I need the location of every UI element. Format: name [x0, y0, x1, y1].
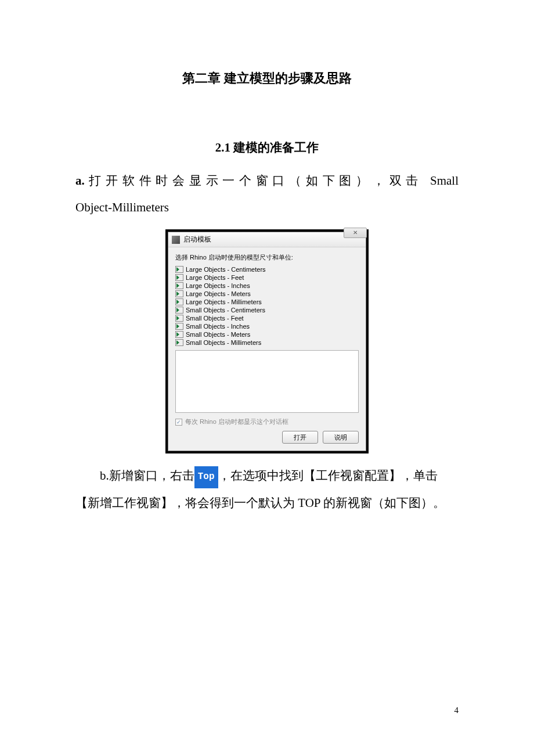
page-number: 4: [454, 705, 459, 715]
template-label: Small Objects - Millimeters: [186, 339, 261, 346]
step-label-a: a.: [75, 174, 85, 188]
template-label: Small Objects - Centimeters: [186, 307, 265, 314]
paragraph-b-line1: b.新增窗口，右击Top，在选项中找到【工作视窗配置】，单击: [75, 462, 459, 489]
dialog-titlebar: 启动模板 ✕: [168, 232, 366, 247]
preview-area: [175, 350, 359, 413]
dialog-button-row: 打开 说明: [175, 431, 359, 447]
template-label: Large Objects - Inches: [186, 282, 250, 289]
template-icon: [175, 266, 183, 273]
help-button[interactable]: 说明: [323, 431, 359, 444]
list-item[interactable]: Small Objects - Feet: [175, 314, 359, 322]
list-item[interactable]: Large Objects - Meters: [175, 290, 359, 298]
paragraph-b-line2: 【新增工作视窗】，将会得到一个默认为 TOP 的新视窗（如下图）。: [75, 489, 459, 516]
list-item[interactable]: Small Objects - Millimeters: [175, 339, 359, 347]
section-title: 2.1 建模的准备工作: [75, 139, 459, 156]
template-icon: [175, 274, 183, 281]
dialog-screenshot: 启动模板 ✕ 选择 Rhino 启动时使用的模型尺寸和单位: Large Obj…: [165, 229, 369, 453]
template-icon: [175, 298, 183, 305]
list-item[interactable]: Small Objects - Meters: [175, 330, 359, 339]
list-item[interactable]: Large Objects - Centimeters: [175, 265, 359, 273]
list-item[interactable]: Small Objects - Inches: [175, 322, 359, 330]
paragraph-a-line1: a.打开软件时会显示一个窗口（如下图），双击 Small: [75, 167, 459, 194]
checkbox[interactable]: ✓: [175, 419, 182, 426]
list-item[interactable]: Large Objects - Inches: [175, 282, 359, 290]
template-list[interactable]: Large Objects - Centimeters Large Object…: [175, 265, 359, 347]
chapter-title: 第二章 建立模型的步骤及思路: [75, 70, 459, 87]
document-page: 第二章 建立模型的步骤及思路 2.1 建模的准备工作 a.打开软件时会显示一个窗…: [0, 0, 534, 516]
list-item[interactable]: Small Objects - Centimeters: [175, 306, 359, 314]
step-b-suffix: ，在选项中找到【工作视窗配置】，单击: [218, 469, 438, 483]
show-on-startup-row[interactable]: ✓ 每次 Rhino 启动时都显示这个对话框: [175, 417, 359, 426]
startup-template-dialog: 启动模板 ✕ 选择 Rhino 启动时使用的模型尺寸和单位: Large Obj…: [168, 232, 366, 451]
checkbox-label: 每次 Rhino 启动时都显示这个对话框: [185, 417, 288, 426]
template-label: Small Objects - Meters: [186, 331, 250, 338]
template-icon: [175, 323, 183, 330]
step-a-text: 打开软件时会显示一个窗口（如下图），双击: [85, 174, 423, 188]
template-label: Small Objects - Feet: [186, 315, 244, 322]
dialog-title: 启动模板: [183, 235, 211, 244]
open-button[interactable]: 打开: [282, 431, 318, 444]
template-label: Large Objects - Meters: [186, 290, 251, 297]
template-label: Large Objects - Millimeters: [186, 298, 262, 305]
top-viewport-badge: Top: [194, 466, 218, 488]
dialog-prompt: 选择 Rhino 启动时使用的模型尺寸和单位:: [175, 253, 359, 262]
step-a-tail: Small: [430, 174, 459, 188]
app-icon: [172, 236, 180, 244]
template-icon: [175, 290, 183, 297]
template-icon: [175, 331, 183, 338]
template-icon: [175, 339, 183, 346]
template-icon: [175, 282, 183, 289]
template-label: Large Objects - Feet: [186, 274, 244, 281]
list-item[interactable]: Large Objects - Millimeters: [175, 298, 359, 306]
close-button[interactable]: ✕: [344, 228, 367, 238]
step-b-prefix: b.新增窗口，右击: [100, 469, 194, 483]
template-icon: [175, 307, 183, 314]
list-item[interactable]: Large Objects - Feet: [175, 273, 359, 282]
paragraph-a-line2: Object-Millimeters: [75, 194, 459, 221]
dialog-body: 选择 Rhino 启动时使用的模型尺寸和单位: Large Objects - …: [168, 247, 366, 451]
template-label: Small Objects - Inches: [186, 323, 250, 330]
template-icon: [175, 315, 183, 322]
template-label: Large Objects - Centimeters: [186, 266, 266, 273]
